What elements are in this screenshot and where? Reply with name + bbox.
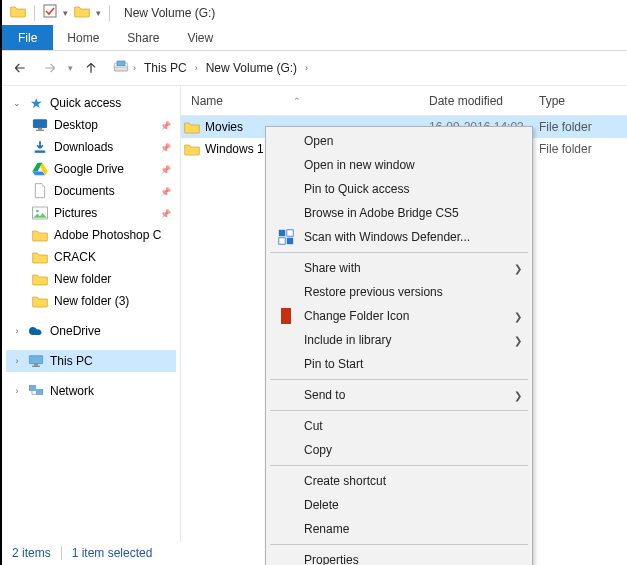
menu-item-icon bbox=[276, 229, 296, 245]
up-button[interactable] bbox=[79, 56, 103, 80]
status-item-count: 2 items bbox=[12, 546, 51, 560]
caret-collapsed-icon[interactable]: › bbox=[12, 356, 22, 366]
menu-item[interactable]: Create shortcut bbox=[268, 469, 530, 493]
menu-item[interactable]: Include in library❯ bbox=[268, 328, 530, 352]
sidebar-item-icon bbox=[32, 139, 48, 155]
sidebar-item[interactable]: Documents bbox=[26, 180, 176, 202]
network-node[interactable]: › Network bbox=[6, 380, 176, 402]
svg-rect-18 bbox=[287, 238, 293, 244]
sidebar-item[interactable]: CRACK bbox=[26, 246, 176, 268]
chevron-right-icon[interactable]: › bbox=[305, 63, 308, 73]
submenu-arrow-icon: ❯ bbox=[514, 263, 522, 274]
forward-button[interactable] bbox=[38, 56, 62, 80]
pin-icon bbox=[160, 206, 172, 220]
onedrive-node[interactable]: › OneDrive bbox=[6, 320, 176, 342]
menu-separator bbox=[270, 465, 528, 466]
sidebar-item-icon bbox=[32, 249, 48, 265]
recent-dropdown[interactable]: ▾ bbox=[68, 63, 73, 73]
svg-rect-16 bbox=[287, 230, 293, 236]
sidebar-item[interactable]: Adobe Photoshop C bbox=[26, 224, 176, 246]
menu-item[interactable]: Restore previous versions bbox=[268, 280, 530, 304]
folder-icon bbox=[10, 4, 26, 21]
back-button[interactable] bbox=[8, 56, 32, 80]
svg-rect-10 bbox=[29, 356, 42, 364]
submenu-arrow-icon: ❯ bbox=[514, 335, 522, 346]
svg-rect-4 bbox=[33, 120, 46, 128]
menu-item[interactable]: Copy bbox=[268, 438, 530, 462]
sidebar-item[interactable]: Google Drive bbox=[26, 158, 176, 180]
menu-item[interactable]: Pin to Quick access bbox=[268, 177, 530, 201]
network-label: Network bbox=[50, 384, 172, 398]
breadcrumb-segment[interactable]: New Volume (G:) bbox=[202, 59, 301, 77]
menu-item-label: Rename bbox=[304, 522, 522, 536]
menu-item[interactable]: Delete bbox=[268, 493, 530, 517]
sidebar-item[interactable]: Downloads bbox=[26, 136, 176, 158]
menu-item[interactable]: Pin to Start bbox=[268, 352, 530, 376]
menu-item-label: Open in new window bbox=[304, 158, 522, 172]
column-name[interactable]: Name bbox=[191, 94, 223, 108]
tab-view[interactable]: View bbox=[173, 25, 227, 50]
menu-item[interactable]: Scan with Windows Defender... bbox=[268, 225, 530, 249]
caret-collapsed-icon[interactable]: › bbox=[12, 326, 22, 336]
sort-indicator-icon: ⌃ bbox=[293, 96, 301, 106]
svg-point-9 bbox=[36, 210, 39, 213]
nav-bar: ▾ › This PC › New Volume (G:) › bbox=[2, 51, 627, 85]
caret-collapsed-icon[interactable]: › bbox=[12, 386, 22, 396]
menu-item-label: Copy bbox=[304, 443, 522, 457]
sidebar-item-label: Google Drive bbox=[54, 162, 154, 176]
chevron-right-icon[interactable]: › bbox=[195, 63, 198, 73]
sidebar-item-icon bbox=[32, 205, 48, 221]
qat-checkbox-icon[interactable] bbox=[43, 4, 57, 21]
menu-item[interactable]: Browse in Adobe Bridge CS5 bbox=[268, 201, 530, 225]
tab-home[interactable]: Home bbox=[53, 25, 113, 50]
column-type[interactable]: Type bbox=[539, 94, 627, 108]
menu-item[interactable]: Open in new window bbox=[268, 153, 530, 177]
menu-item[interactable]: Cut bbox=[268, 414, 530, 438]
sidebar-item-icon bbox=[32, 293, 48, 309]
address-bar[interactable]: › This PC › New Volume (G:) › bbox=[109, 56, 312, 80]
sidebar-item-label: Downloads bbox=[54, 140, 154, 154]
menu-item-icon bbox=[276, 308, 296, 324]
column-headers[interactable]: Name⌃ Date modified Type bbox=[181, 86, 627, 116]
menu-item-label: Send to bbox=[304, 388, 506, 402]
svg-rect-3 bbox=[117, 61, 125, 66]
breadcrumb-segment[interactable]: This PC bbox=[140, 59, 191, 77]
chevron-down-icon[interactable]: ▾ bbox=[96, 8, 101, 18]
tab-share[interactable]: Share bbox=[113, 25, 173, 50]
this-pc-icon bbox=[28, 353, 44, 369]
file-type: File folder bbox=[539, 120, 592, 134]
sidebar-item[interactable]: Desktop bbox=[26, 114, 176, 136]
file-type: File folder bbox=[539, 142, 592, 156]
sidebar-item-label: Pictures bbox=[54, 206, 154, 220]
menu-item[interactable]: Share with❯ bbox=[268, 256, 530, 280]
sidebar-item[interactable]: New folder bbox=[26, 268, 176, 290]
menu-item-label: Scan with Windows Defender... bbox=[304, 230, 522, 244]
chevron-right-icon[interactable]: › bbox=[133, 63, 136, 73]
sidebar-item-label: New folder bbox=[54, 272, 172, 286]
column-date[interactable]: Date modified bbox=[429, 94, 539, 108]
title-bar: ▾ ▾ New Volume (G:) bbox=[2, 0, 627, 25]
folder-icon bbox=[181, 120, 203, 134]
menu-item[interactable]: Rename bbox=[268, 517, 530, 541]
menu-item[interactable]: Send to❯ bbox=[268, 383, 530, 407]
file-tab[interactable]: File bbox=[2, 25, 53, 50]
sidebar-item-icon bbox=[32, 271, 48, 287]
pin-icon bbox=[160, 162, 172, 176]
svg-rect-12 bbox=[32, 366, 40, 367]
caret-expanded-icon[interactable]: ⌄ bbox=[12, 98, 22, 108]
this-pc-node[interactable]: › This PC bbox=[6, 350, 176, 372]
sidebar-item-icon bbox=[32, 161, 48, 177]
menu-item[interactable]: Change Folder Icon❯ bbox=[268, 304, 530, 328]
quick-access-node[interactable]: ⌄ ★ Quick access bbox=[6, 92, 176, 114]
quick-access-label: Quick access bbox=[50, 96, 172, 110]
sidebar-item[interactable]: New folder (3) bbox=[26, 290, 176, 312]
chevron-down-icon[interactable]: ▾ bbox=[63, 8, 68, 18]
menu-item[interactable]: Open bbox=[268, 129, 530, 153]
menu-item-label: Delete bbox=[304, 498, 522, 512]
menu-item-label: Cut bbox=[304, 419, 522, 433]
sidebar-item[interactable]: Pictures bbox=[26, 202, 176, 224]
menu-item[interactable]: Properties bbox=[268, 548, 530, 565]
pin-icon bbox=[160, 118, 172, 132]
svg-rect-5 bbox=[38, 128, 42, 130]
svg-rect-7 bbox=[35, 151, 46, 153]
